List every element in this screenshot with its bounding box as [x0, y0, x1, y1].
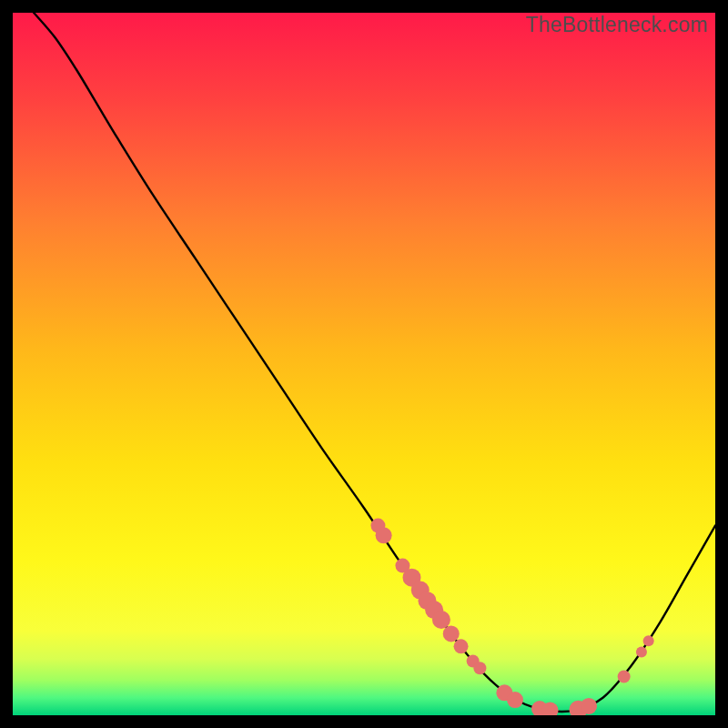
data-marker [581, 698, 597, 714]
data-marker [473, 662, 486, 674]
data-marker [618, 671, 631, 683]
data-marker [643, 635, 654, 646]
watermark-text: TheBottleneck.com [526, 13, 708, 37]
data-marker [507, 692, 523, 708]
data-marker [443, 625, 460, 642]
chart-svg [13, 13, 715, 715]
data-marker [432, 611, 450, 629]
data-marker [636, 647, 647, 658]
data-marker [376, 527, 392, 543]
gradient-background [13, 13, 715, 715]
data-marker [454, 639, 469, 653]
chart-frame: TheBottleneck.com [13, 13, 715, 715]
